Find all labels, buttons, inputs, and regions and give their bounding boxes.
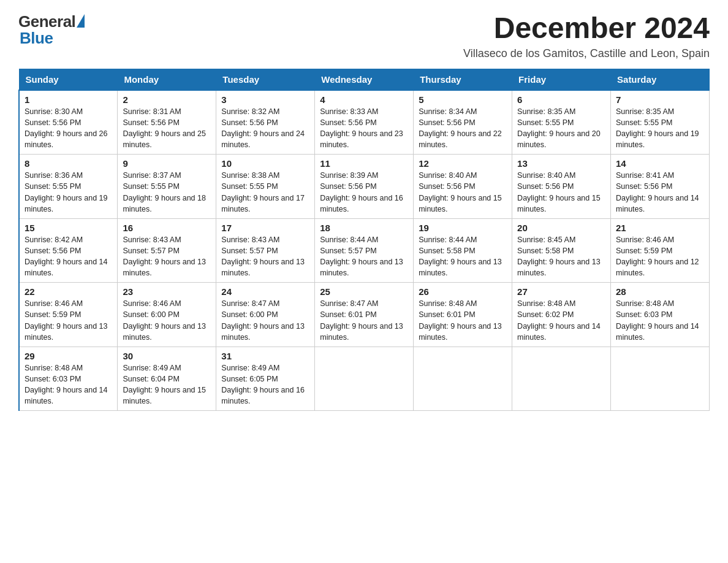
day-info: Sunrise: 8:36 AMSunset: 5:55 PMDaylight:… bbox=[25, 170, 112, 215]
day-number: 31 bbox=[221, 351, 309, 361]
day-info: Sunrise: 8:44 AMSunset: 5:58 PMDaylight:… bbox=[419, 234, 507, 279]
calendar-cell: 1Sunrise: 8:30 AMSunset: 5:56 PMDaylight… bbox=[19, 90, 118, 155]
day-number: 5 bbox=[419, 94, 507, 105]
day-number: 4 bbox=[320, 94, 408, 105]
day-number: 17 bbox=[221, 223, 309, 233]
day-number: 19 bbox=[419, 223, 507, 233]
day-info: Sunrise: 8:46 AMSunset: 6:00 PMDaylight:… bbox=[123, 298, 211, 343]
day-number: 23 bbox=[123, 286, 211, 297]
calendar-week-5: 29Sunrise: 8:48 AMSunset: 6:03 PMDayligh… bbox=[19, 347, 710, 411]
day-number: 12 bbox=[419, 158, 507, 169]
day-info: Sunrise: 8:44 AMSunset: 5:57 PMDaylight:… bbox=[320, 234, 408, 279]
logo-blue: Blue bbox=[18, 29, 85, 48]
month-title: December 2024 bbox=[463, 12, 710, 45]
day-number: 20 bbox=[517, 223, 605, 233]
calendar-week-1: 1Sunrise: 8:30 AMSunset: 5:56 PMDaylight… bbox=[19, 90, 710, 155]
calendar-cell: 10Sunrise: 8:38 AMSunset: 5:55 PMDayligh… bbox=[216, 155, 315, 219]
day-info: Sunrise: 8:35 AMSunset: 5:55 PMDaylight:… bbox=[517, 106, 605, 151]
day-info: Sunrise: 8:48 AMSunset: 6:03 PMDaylight:… bbox=[25, 362, 112, 407]
day-number: 6 bbox=[517, 94, 605, 105]
day-number: 14 bbox=[616, 158, 704, 169]
day-info: Sunrise: 8:46 AMSunset: 5:59 PMDaylight:… bbox=[616, 234, 704, 279]
calendar-cell: 23Sunrise: 8:46 AMSunset: 6:00 PMDayligh… bbox=[118, 283, 216, 347]
header-monday: Monday bbox=[118, 69, 216, 90]
header-friday: Friday bbox=[512, 69, 611, 90]
calendar-cell: 5Sunrise: 8:34 AMSunset: 5:56 PMDaylight… bbox=[414, 90, 512, 155]
day-number: 7 bbox=[616, 94, 704, 105]
calendar-cell: 20Sunrise: 8:45 AMSunset: 5:58 PMDayligh… bbox=[512, 218, 611, 283]
day-number: 18 bbox=[320, 223, 408, 233]
calendar-cell: 28Sunrise: 8:48 AMSunset: 6:03 PMDayligh… bbox=[611, 283, 710, 347]
calendar-cell: 14Sunrise: 8:41 AMSunset: 5:56 PMDayligh… bbox=[611, 155, 710, 219]
day-info: Sunrise: 8:39 AMSunset: 5:56 PMDaylight:… bbox=[320, 170, 408, 215]
calendar-cell bbox=[512, 347, 611, 411]
calendar-cell: 26Sunrise: 8:48 AMSunset: 6:01 PMDayligh… bbox=[414, 283, 512, 347]
day-info: Sunrise: 8:48 AMSunset: 6:01 PMDaylight:… bbox=[419, 298, 507, 343]
day-number: 2 bbox=[123, 94, 211, 105]
day-number: 3 bbox=[221, 94, 309, 105]
calendar-cell bbox=[414, 347, 512, 411]
day-info: Sunrise: 8:49 AMSunset: 6:04 PMDaylight:… bbox=[123, 362, 211, 407]
calendar-cell: 19Sunrise: 8:44 AMSunset: 5:58 PMDayligh… bbox=[414, 218, 512, 283]
calendar-cell: 3Sunrise: 8:32 AMSunset: 5:56 PMDaylight… bbox=[216, 90, 315, 155]
calendar-cell: 11Sunrise: 8:39 AMSunset: 5:56 PMDayligh… bbox=[315, 155, 414, 219]
day-number: 28 bbox=[616, 286, 704, 297]
day-number: 29 bbox=[25, 351, 112, 361]
calendar-cell: 25Sunrise: 8:47 AMSunset: 6:01 PMDayligh… bbox=[315, 283, 414, 347]
logo: General Blue bbox=[18, 12, 85, 48]
day-info: Sunrise: 8:46 AMSunset: 5:59 PMDaylight:… bbox=[25, 298, 112, 343]
calendar-cell: 29Sunrise: 8:48 AMSunset: 6:03 PMDayligh… bbox=[19, 347, 118, 411]
day-info: Sunrise: 8:43 AMSunset: 5:57 PMDaylight:… bbox=[123, 234, 211, 279]
calendar-cell: 24Sunrise: 8:47 AMSunset: 6:00 PMDayligh… bbox=[216, 283, 315, 347]
day-number: 8 bbox=[25, 158, 112, 169]
calendar-cell: 31Sunrise: 8:49 AMSunset: 6:05 PMDayligh… bbox=[216, 347, 315, 411]
day-number: 21 bbox=[616, 223, 704, 233]
logo-arrow-icon bbox=[77, 14, 85, 28]
day-info: Sunrise: 8:30 AMSunset: 5:56 PMDaylight:… bbox=[25, 106, 112, 151]
day-number: 11 bbox=[320, 158, 408, 169]
day-info: Sunrise: 8:33 AMSunset: 5:56 PMDaylight:… bbox=[320, 106, 408, 151]
calendar-cell bbox=[315, 347, 414, 411]
location-subtitle: Villaseco de los Gamitos, Castille and L… bbox=[463, 47, 710, 60]
header-sunday: Sunday bbox=[19, 69, 118, 90]
calendar-cell bbox=[611, 347, 710, 411]
day-info: Sunrise: 8:31 AMSunset: 5:56 PMDaylight:… bbox=[123, 106, 211, 151]
calendar-cell: 7Sunrise: 8:35 AMSunset: 5:55 PMDaylight… bbox=[611, 90, 710, 155]
day-info: Sunrise: 8:43 AMSunset: 5:57 PMDaylight:… bbox=[221, 234, 309, 279]
day-number: 25 bbox=[320, 286, 408, 297]
day-info: Sunrise: 8:38 AMSunset: 5:55 PMDaylight:… bbox=[221, 170, 309, 215]
day-info: Sunrise: 8:41 AMSunset: 5:56 PMDaylight:… bbox=[616, 170, 704, 215]
day-info: Sunrise: 8:35 AMSunset: 5:55 PMDaylight:… bbox=[616, 106, 704, 151]
calendar-week-2: 8Sunrise: 8:36 AMSunset: 5:55 PMDaylight… bbox=[19, 155, 710, 219]
calendar-week-3: 15Sunrise: 8:42 AMSunset: 5:56 PMDayligh… bbox=[19, 218, 710, 283]
day-info: Sunrise: 8:45 AMSunset: 5:58 PMDaylight:… bbox=[517, 234, 605, 279]
day-info: Sunrise: 8:42 AMSunset: 5:56 PMDaylight:… bbox=[25, 234, 112, 279]
calendar-cell: 8Sunrise: 8:36 AMSunset: 5:55 PMDaylight… bbox=[19, 155, 118, 219]
day-info: Sunrise: 8:40 AMSunset: 5:56 PMDaylight:… bbox=[517, 170, 605, 215]
title-area: December 2024 Villaseco de los Gamitos, … bbox=[463, 12, 710, 60]
day-info: Sunrise: 8:37 AMSunset: 5:55 PMDaylight:… bbox=[123, 170, 211, 215]
calendar-cell: 16Sunrise: 8:43 AMSunset: 5:57 PMDayligh… bbox=[118, 218, 216, 283]
calendar-cell: 13Sunrise: 8:40 AMSunset: 5:56 PMDayligh… bbox=[512, 155, 611, 219]
calendar-cell: 12Sunrise: 8:40 AMSunset: 5:56 PMDayligh… bbox=[414, 155, 512, 219]
day-number: 30 bbox=[123, 351, 211, 361]
day-info: Sunrise: 8:40 AMSunset: 5:56 PMDaylight:… bbox=[419, 170, 507, 215]
day-info: Sunrise: 8:47 AMSunset: 6:00 PMDaylight:… bbox=[221, 298, 309, 343]
header-tuesday: Tuesday bbox=[216, 69, 315, 90]
header: General Blue December 2024 Villaseco de … bbox=[18, 12, 710, 60]
calendar-cell: 30Sunrise: 8:49 AMSunset: 6:04 PMDayligh… bbox=[118, 347, 216, 411]
calendar-cell: 27Sunrise: 8:48 AMSunset: 6:02 PMDayligh… bbox=[512, 283, 611, 347]
calendar-cell: 9Sunrise: 8:37 AMSunset: 5:55 PMDaylight… bbox=[118, 155, 216, 219]
day-number: 26 bbox=[419, 286, 507, 297]
calendar-cell: 15Sunrise: 8:42 AMSunset: 5:56 PMDayligh… bbox=[19, 218, 118, 283]
day-number: 24 bbox=[221, 286, 309, 297]
day-number: 10 bbox=[221, 158, 309, 169]
day-info: Sunrise: 8:34 AMSunset: 5:56 PMDaylight:… bbox=[419, 106, 507, 151]
day-number: 16 bbox=[123, 223, 211, 233]
day-number: 1 bbox=[25, 94, 112, 105]
day-info: Sunrise: 8:48 AMSunset: 6:03 PMDaylight:… bbox=[616, 298, 704, 343]
day-info: Sunrise: 8:48 AMSunset: 6:02 PMDaylight:… bbox=[517, 298, 605, 343]
calendar-table: SundayMondayTuesdayWednesdayThursdayFrid… bbox=[18, 69, 710, 412]
calendar-header-row: SundayMondayTuesdayWednesdayThursdayFrid… bbox=[19, 69, 710, 90]
calendar-cell: 6Sunrise: 8:35 AMSunset: 5:55 PMDaylight… bbox=[512, 90, 611, 155]
